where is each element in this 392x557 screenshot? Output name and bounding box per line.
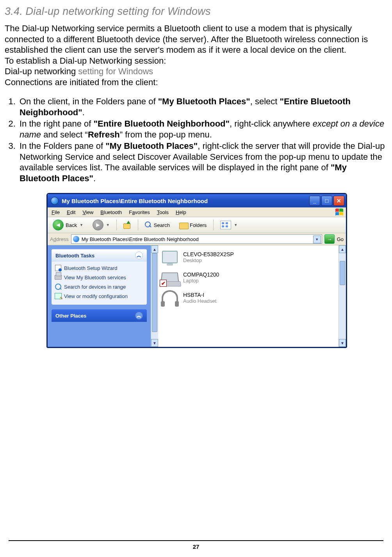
menu-favorites[interactable]: Favorites	[129, 209, 150, 215]
scroll-down-icon[interactable]: ▼	[339, 339, 346, 347]
forward-button[interactable]: ► ▼	[90, 218, 112, 232]
search-icon	[55, 284, 61, 290]
device-item[interactable]: HSBTA-IAudio Headset	[160, 289, 336, 306]
scroll-up-icon[interactable]: ▲	[151, 245, 158, 253]
device-type: Desktop	[183, 257, 234, 263]
address-bar: Address My Bluetooth Places\Entire Bluet…	[48, 233, 346, 245]
intro-p3: Dial-up networking setting for Windows	[5, 66, 389, 77]
menu-help[interactable]: Help	[176, 209, 186, 215]
steps-list: On the client, in the Folders pane of "M…	[5, 96, 389, 184]
toolbar-separator	[138, 220, 138, 230]
scroll-thumb[interactable]	[152, 253, 157, 332]
other-places-box: Other Places ︽	[52, 309, 147, 322]
content-area: Bluetooth Tasks ︽ Bluetooth Setup Wizard…	[48, 245, 346, 347]
back-arrow-icon: ◄	[53, 220, 64, 230]
menu-file[interactable]: File	[52, 209, 60, 215]
explorer-window: My Bluetooth Places\Entire Bluetooth Nei…	[46, 193, 347, 348]
views-dropdown-icon[interactable]: ▼	[234, 223, 237, 227]
other-places-header[interactable]: Other Places ︽	[52, 309, 147, 322]
intro-p1: The Dial-up Networking service permits a…	[5, 23, 389, 55]
toolbar-separator	[213, 220, 214, 230]
desktop-icon	[162, 251, 178, 263]
task-search-devices[interactable]: Search for devices in range	[55, 282, 144, 291]
bluetooth-tasks-header[interactable]: Bluetooth Tasks ︽	[52, 249, 147, 262]
device-name: HSBTA-I	[183, 292, 216, 298]
task-setup-wizard[interactable]: Bluetooth Setup Wizard	[55, 263, 144, 273]
device-type: Audio Headset	[183, 298, 216, 304]
search-button[interactable]: Search	[142, 220, 173, 230]
scroll-up-icon[interactable]: ▲	[339, 245, 346, 253]
headset-icon	[162, 290, 178, 305]
menu-bluetooth[interactable]: Bluetooth	[100, 209, 122, 215]
back-dropdown-icon[interactable]: ▼	[80, 223, 83, 227]
bluetooth-places-icon	[51, 197, 59, 205]
collapse-icon[interactable]: ︽	[135, 312, 143, 320]
check-badge-icon: ✔	[160, 280, 167, 287]
device-name: COMPAQ1200	[183, 271, 219, 278]
step-2: In the right pane of "Entire Bluetooth N…	[18, 118, 389, 140]
folders-icon	[179, 221, 188, 229]
page-number: 27	[193, 543, 200, 550]
menubar: File Edit View Bluetooth Favorites Tools…	[48, 207, 346, 217]
menu-view[interactable]: View	[82, 209, 93, 215]
titlebar[interactable]: My Bluetooth Places\Entire Bluetooth Nei…	[48, 194, 346, 207]
intro-p4: Connections are initiated from the clien…	[5, 77, 389, 88]
page-footer: 27	[0, 540, 392, 550]
task-view-services[interactable]: View My Bluetooth services	[55, 273, 144, 282]
back-button[interactable]: ◄ Back ▼	[50, 218, 86, 232]
bluetooth-tasks-box: Bluetooth Tasks ︽ Bluetooth Setup Wizard…	[52, 249, 147, 305]
wizard-icon	[55, 265, 61, 271]
address-dropdown-icon[interactable]: ▼	[313, 236, 321, 243]
scroll-down-icon[interactable]: ▼	[151, 339, 158, 347]
menu-tools[interactable]: Tools	[157, 209, 169, 215]
step-3: In the Folders pane of "My Bluetooth Pla…	[18, 141, 389, 184]
right-scrollbar[interactable]: ▲ ▼	[339, 245, 346, 347]
windows-logo-icon	[335, 208, 344, 216]
address-value: My Bluetooth Places\Entire Bluetooth Nei…	[82, 236, 199, 242]
device-item[interactable]: CLEVO-E53B2X2SPDesktop	[160, 248, 336, 266]
task-modify-config[interactable]: View or modify configuration	[55, 291, 144, 301]
menu-edit[interactable]: Edit	[67, 209, 75, 215]
search-icon	[145, 221, 152, 229]
folders-button[interactable]: Folders	[176, 220, 209, 230]
config-icon	[55, 293, 62, 299]
go-button[interactable]: →	[324, 234, 335, 244]
views-icon	[220, 221, 231, 229]
laptop-icon	[55, 275, 62, 280]
device-type: Laptop	[183, 278, 219, 284]
device-pane[interactable]: CLEVO-E53B2X2SPDesktop ✔ COMPAQ1200Lapto…	[158, 245, 346, 347]
address-field[interactable]: My Bluetooth Places\Entire Bluetooth Nei…	[71, 234, 322, 244]
window-title: My Bluetooth Places\Entire Bluetooth Nei…	[62, 198, 208, 204]
left-scrollbar[interactable]: ▲ ▼	[151, 245, 158, 347]
maximize-button[interactable]: □	[321, 196, 332, 206]
tasks-panel: Bluetooth Tasks ︽ Bluetooth Setup Wizard…	[48, 245, 151, 347]
bluetooth-icon	[73, 236, 79, 242]
device-name: CLEVO-E53B2X2SP	[183, 251, 234, 257]
views-button[interactable]: ▼	[217, 219, 240, 231]
forward-dropdown-icon[interactable]: ▼	[106, 223, 110, 227]
toolbar-separator	[116, 220, 117, 230]
scroll-thumb[interactable]	[340, 261, 345, 285]
intro-block: The Dial-up Networking service permits a…	[5, 23, 389, 87]
section-heading: 3.4. Dial-up networking setting for Wind…	[5, 5, 389, 18]
close-button[interactable]: ✕	[333, 196, 344, 206]
device-item[interactable]: ✔ COMPAQ1200Laptop	[160, 269, 336, 286]
up-button[interactable]	[121, 220, 134, 230]
address-label: Address	[50, 236, 69, 242]
folder-up-icon	[123, 221, 131, 229]
collapse-icon[interactable]: ︽	[135, 252, 143, 259]
go-label: Go	[337, 236, 344, 242]
step-1: On the client, in the Folders pane of "M…	[18, 96, 389, 118]
minimize-button[interactable]: _	[309, 196, 320, 206]
intro-p2: To establish a Dial-up Networking sessio…	[5, 55, 389, 66]
toolbar: ◄ Back ▼ ► ▼ Search Folders ▼	[48, 217, 346, 233]
tasks-list: Bluetooth Setup Wizard View My Bluetooth…	[52, 262, 147, 305]
forward-arrow-icon: ►	[93, 220, 103, 230]
